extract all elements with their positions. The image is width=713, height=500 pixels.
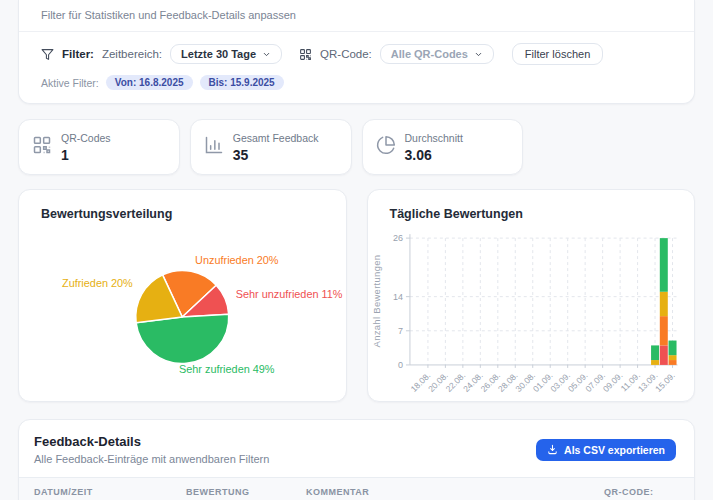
export-csv-button-label: Als CSV exportieren bbox=[564, 444, 665, 456]
export-csv-button[interactable]: Als CSV exportieren bbox=[536, 439, 676, 461]
daily-ratings-bar-chart: 18.08.20.08.22.08.24.08.26.08.28.08.30.0… bbox=[368, 227, 695, 402]
bar-13.09.-segment-0 bbox=[651, 360, 659, 365]
pie-slice-label-0: Unzufrieden 20% bbox=[195, 254, 279, 266]
zeitbereich-select-value: Letzte 30 Tage bbox=[181, 48, 256, 60]
column-header-datum-zeit: DATUM/ZEIT bbox=[19, 478, 186, 500]
qr-code-label: QR-Code: bbox=[320, 48, 372, 60]
stat-value: 3.06 bbox=[405, 147, 463, 163]
charts-row: Bewertungsverteilung Unzufrieden 20%Sehr… bbox=[18, 189, 695, 402]
feedback-table: DATUM/ZEIT BEWERTUNG KOMMENTAR QR-CODE: … bbox=[19, 477, 695, 500]
filter-panel: Filter für Statistiken und Feedback-Deta… bbox=[18, 0, 695, 104]
bar-15.09.-segment-1 bbox=[668, 355, 676, 360]
clear-filters-button[interactable]: Filter löschen bbox=[512, 43, 603, 65]
bar-chart-icon bbox=[204, 135, 224, 159]
filter-panel-subtitle: Filter für Statistiken und Feedback-Deta… bbox=[41, 9, 296, 21]
chevron-down-icon bbox=[262, 50, 271, 59]
x-axis-label: 09.09. bbox=[600, 370, 624, 394]
active-filter-to-chip: Bis: 15.9.2025 bbox=[200, 75, 284, 90]
stat-label: QR-Codes bbox=[61, 132, 111, 144]
pie-slice-label-1: Sehr unzufrieden 11% bbox=[236, 288, 343, 300]
bar-14.09.-segment-3 bbox=[659, 238, 667, 292]
stat-card-durchschnitt: Durchschnitt 3.06 bbox=[362, 119, 524, 175]
pie-slice-label-3: Zufrieden 20% bbox=[62, 277, 133, 289]
qr-code-select[interactable]: Alle QR-Codes bbox=[380, 44, 494, 64]
active-filters-label: Aktive Filter: bbox=[41, 77, 99, 89]
stats-row: QR-Codes 1 Gesamt Feedback 35 Durchschni… bbox=[18, 119, 695, 175]
download-icon bbox=[547, 444, 558, 455]
y-axis-title: Anzahl Bewertungen bbox=[370, 255, 381, 348]
bar-14.09.-segment-1 bbox=[659, 316, 667, 345]
zeitbereich-label: Zeitbereich: bbox=[102, 48, 162, 60]
qr-code-select-value: Alle QR-Codes bbox=[391, 48, 468, 60]
pie-chart-icon bbox=[376, 135, 396, 159]
stat-label: Gesamt Feedback bbox=[233, 132, 319, 144]
filter-label: Filter: bbox=[62, 48, 94, 60]
stat-value: 1 bbox=[61, 147, 111, 163]
rating-distribution-card: Bewertungsverteilung Unzufrieden 20%Sehr… bbox=[18, 189, 347, 402]
stat-text: QR-Codes 1 bbox=[61, 132, 111, 163]
stat-label: Durchschnitt bbox=[405, 132, 463, 144]
y-axis-tick-label: 0 bbox=[397, 360, 402, 370]
feedback-details-subtitle: Alle Feedback-Einträge mit anwendbaren F… bbox=[34, 453, 269, 465]
column-header-qr-code: QR-CODE: bbox=[604, 478, 695, 500]
stat-card-gesamt-feedback: Gesamt Feedback 35 bbox=[190, 119, 352, 175]
feedback-details-titles: Feedback-Details Alle Feedback-Einträge … bbox=[34, 434, 269, 465]
bar-13.09.-segment-1 bbox=[651, 345, 659, 360]
stat-text: Gesamt Feedback 35 bbox=[233, 132, 319, 163]
stat-value: 35 bbox=[233, 147, 319, 163]
bar-15.09.-segment-2 bbox=[668, 341, 676, 356]
filter-panel-header: Filter für Statistiken und Feedback-Deta… bbox=[19, 0, 694, 32]
qr-code-icon bbox=[32, 135, 52, 159]
y-axis-tick-label: 7 bbox=[397, 326, 402, 336]
feedback-details-card: Feedback-Details Alle Feedback-Einträge … bbox=[18, 419, 695, 500]
bar-14.09.-segment-2 bbox=[659, 292, 667, 316]
pie-slice-label-2: Sehr zufrieden 49% bbox=[179, 363, 275, 375]
filter-controls-row: Filter: Zeitbereich: Letzte 30 Tage QR-C… bbox=[19, 32, 694, 65]
bar-15.09.-segment-0 bbox=[668, 360, 676, 365]
feedback-details-header: Feedback-Details Alle Feedback-Einträge … bbox=[19, 420, 694, 477]
stat-card-qr-codes: QR-Codes 1 bbox=[18, 119, 180, 175]
chevron-down-icon bbox=[474, 50, 483, 59]
qr-code-small-icon bbox=[299, 48, 312, 61]
column-header-bewertung: BEWERTUNG bbox=[186, 478, 306, 500]
daily-ratings-card: Tägliche Bewertungen 18.08.20.08.22.08.2… bbox=[367, 189, 696, 402]
y-axis-tick-label: 14 bbox=[392, 292, 402, 302]
column-header-kommentar: KOMMENTAR bbox=[306, 478, 604, 500]
zeitbereich-select[interactable]: Letzte 30 Tage bbox=[170, 44, 282, 64]
active-filters-row: Aktive Filter: Von: 16.8.2025 Bis: 15.9.… bbox=[19, 65, 694, 103]
feedback-table-header-row: DATUM/ZEIT BEWERTUNG KOMMENTAR QR-CODE: bbox=[19, 478, 695, 500]
pie-chart-title: Bewertungsverteilung bbox=[19, 190, 346, 227]
bar-chart-title: Tägliche Bewertungen bbox=[368, 190, 695, 227]
funnel-icon bbox=[41, 48, 54, 61]
feedback-details-title: Feedback-Details bbox=[34, 434, 269, 449]
stat-text: Durchschnitt 3.06 bbox=[405, 132, 463, 163]
x-axis-label: 15.09. bbox=[653, 370, 677, 394]
bar-14.09.-segment-0 bbox=[659, 345, 667, 365]
rating-distribution-pie-chart: Unzufrieden 20%Sehr unzufrieden 11%Sehr … bbox=[19, 227, 346, 402]
active-filter-from-chip: Von: 16.8.2025 bbox=[106, 75, 193, 90]
y-axis-tick-label: 26 bbox=[392, 233, 402, 243]
dashboard-page: Filter für Statistiken und Feedback-Deta… bbox=[0, 0, 713, 500]
